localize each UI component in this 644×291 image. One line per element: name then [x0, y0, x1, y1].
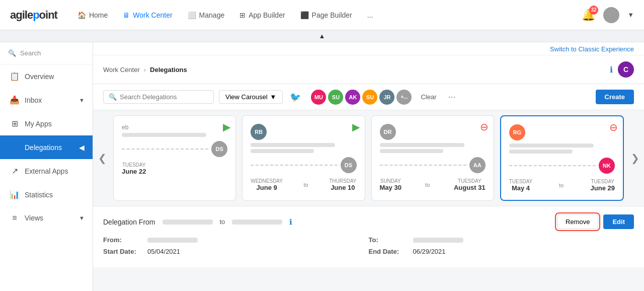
card3-line2	[380, 149, 443, 153]
nav-manage[interactable]: ⬜ Manage	[188, 11, 225, 19]
edit-button[interactable]: Edit	[603, 214, 634, 229]
clear-button[interactable]: Clear	[417, 91, 440, 103]
delegation-card-3[interactable]: ⊖ DR AA SUNDAY May 30 to	[371, 115, 494, 201]
startdate-field-row: Start Date: 05/04/2021	[103, 248, 369, 255]
avatar-su1[interactable]: SU	[328, 90, 343, 105]
card1-dots	[122, 149, 208, 150]
manage-icon: ⬜	[188, 11, 196, 19]
nav-home[interactable]: 🏠 Home	[77, 11, 108, 19]
nav-workcenter[interactable]: 🖥 Work Center	[123, 11, 172, 19]
card4-minus-icon: ⊖	[609, 121, 618, 133]
card3-arrow-row: AA	[380, 157, 486, 173]
card3-avatar-aa: AA	[469, 157, 486, 173]
card1-arrow-row: DS	[122, 141, 227, 157]
sidebar-item-externalapps[interactable]: ↗ External Apps	[0, 159, 93, 183]
card1-date-from: TUESDAY June 22	[122, 162, 146, 175]
card2-avatar-rb: RB	[251, 124, 267, 140]
nav-pagebuilder[interactable]: ⬛ Page Builder	[300, 11, 352, 19]
breadcrumb-parent[interactable]: Work Center	[103, 66, 140, 74]
card4-date-from: TUESDAY May 4	[509, 179, 533, 192]
avatar-more[interactable]: +...	[396, 90, 412, 105]
avatar-mu[interactable]: MU	[311, 90, 326, 105]
main-toolbar: 🔍 View Carousel ▼ 🐦 MU SU AK SU JR +... …	[93, 84, 644, 110]
views-icon: ≡	[10, 213, 20, 223]
avatars-row: MU SU AK SU JR +...	[311, 90, 412, 105]
card3-avatar-dr: DR	[380, 124, 396, 140]
nav-more[interactable]: ...	[367, 11, 373, 19]
enddate-field-row: End Date: 06/29/2021	[369, 248, 634, 255]
classic-link[interactable]: Switch to Classic Experience	[93, 42, 644, 55]
more-options-button[interactable]: ···	[446, 89, 458, 105]
card1-date-row: TUESDAY June 22	[122, 162, 227, 175]
sidebar-search[interactable]: 🔍 Search	[0, 42, 93, 64]
main-content: Switch to Classic Experience Work Center…	[93, 42, 644, 291]
card3-dots	[380, 165, 466, 166]
sidebar-item-views[interactable]: ≡ Views ▼	[0, 206, 93, 230]
card4-line2	[509, 150, 573, 154]
card4-date-row: TUESDAY May 4 to TUESDAY June 29	[509, 179, 615, 192]
card2-dots	[251, 165, 337, 166]
inbox-arrow-icon: ▼	[79, 97, 85, 103]
card2-play-icon: ▶	[352, 121, 360, 133]
end-date-label: End Date:	[369, 248, 409, 255]
detail-fields: From: Start Date: 05/04/2021 To: End Dat…	[103, 236, 634, 259]
detail-area: Delegation From to ℹ Remove Edit From:	[93, 206, 644, 267]
card2-date-row: WEDNESDAY June 9 to THURSDAY June 10	[251, 178, 356, 191]
to-field-row: To:	[369, 236, 634, 244]
search-box[interactable]: 🔍	[103, 90, 214, 104]
card2-date-to: THURSDAY June 10	[329, 178, 356, 191]
nav-appbuilder[interactable]: ⊞ App Builder	[239, 11, 285, 19]
cards-container: ▶ eb DS TUESDAY June 22	[111, 115, 626, 201]
card1-suffix: eb	[122, 124, 227, 131]
sidebar-item-statistics[interactable]: 📊 Statistics	[0, 183, 93, 206]
myapps-icon: ⊞	[10, 119, 20, 128]
delegation-card-4[interactable]: ⊖ RG NK TUESDAY May 4 to	[500, 115, 624, 201]
view-carousel-button[interactable]: View Carousel ▼	[219, 90, 283, 104]
sidebar-collapse-icon[interactable]: ◀	[79, 143, 85, 152]
collapse-bar[interactable]: ▲	[0, 30, 644, 42]
pagebuilder-icon: ⬛	[300, 11, 309, 19]
carousel-prev-button[interactable]: ❮	[93, 115, 111, 201]
card2-arrow-row: DS	[251, 157, 356, 173]
header: agilepoint 🏠 Home 🖥 Work Center ⬜ Manage…	[0, 0, 644, 30]
header-actions: ℹ C	[610, 61, 634, 78]
delegation-card-1[interactable]: ▶ eb DS TUESDAY June 22	[113, 115, 236, 201]
sidebar-item-delegations[interactable]: 👤 Delegations ◀	[0, 135, 93, 159]
view-chevron-icon: ▼	[270, 93, 277, 101]
notification-button[interactable]: 🔔 32	[582, 9, 595, 22]
card3-date-to: TUESDAY August 31	[454, 178, 486, 191]
user-avatar[interactable]	[603, 7, 619, 23]
delegation-card-2[interactable]: ▶ RB DS WEDNESDAY June 9 to	[242, 115, 365, 201]
logo: agilepoint	[10, 9, 57, 22]
user-menu[interactable]: ▼	[627, 11, 634, 19]
detail-header: Delegation From to ℹ Remove Edit	[103, 214, 634, 229]
avatar-su2[interactable]: SU	[362, 90, 377, 105]
search-delegations-input[interactable]	[120, 93, 208, 101]
sidebar-item-overview[interactable]: 📋 Overview	[0, 64, 93, 88]
user-initials-avatar[interactable]: C	[618, 61, 634, 78]
detail-col-right: To: End Date: 06/29/2021	[369, 236, 634, 259]
info-icon[interactable]: ℹ	[610, 65, 613, 75]
breadcrumb-separator: ›	[144, 66, 146, 74]
from-value-blurred	[147, 238, 198, 243]
card2-date-from: WEDNESDAY June 9	[251, 178, 283, 191]
carousel-next-button[interactable]: ❯	[626, 115, 644, 201]
card2-line1	[251, 143, 335, 147]
create-button[interactable]: Create	[596, 90, 634, 104]
detail-to-blurred	[232, 220, 282, 225]
from-label: From:	[103, 236, 143, 244]
avatar-ak[interactable]: AK	[345, 90, 360, 105]
delegation-from-label: Delegation From	[103, 218, 155, 226]
sidebar-item-myapps[interactable]: ⊞ My Apps	[0, 112, 93, 135]
card4-date-to: TUESDAY June 29	[591, 179, 615, 192]
sidebar-item-inbox[interactable]: 📥 Inbox ▼	[0, 88, 93, 112]
detail-info-icon[interactable]: ℹ	[289, 217, 292, 227]
avatar-jr[interactable]: JR	[379, 90, 394, 105]
main-nav: 🏠 Home 🖥 Work Center ⬜ Manage ⊞ App Buil…	[77, 11, 582, 19]
remove-button[interactable]: Remove	[557, 214, 598, 229]
layout: 🔍 Search 📋 Overview 📥 Inbox ▼ ⊞ My Apps …	[0, 42, 644, 291]
card4-avatar-rg: RG	[509, 124, 525, 140]
card3-date-row: SUNDAY May 30 to TUESDAY August 31	[380, 178, 486, 191]
header-right: 🔔 32 ▼	[582, 7, 634, 23]
start-date-label: Start Date:	[103, 248, 143, 255]
